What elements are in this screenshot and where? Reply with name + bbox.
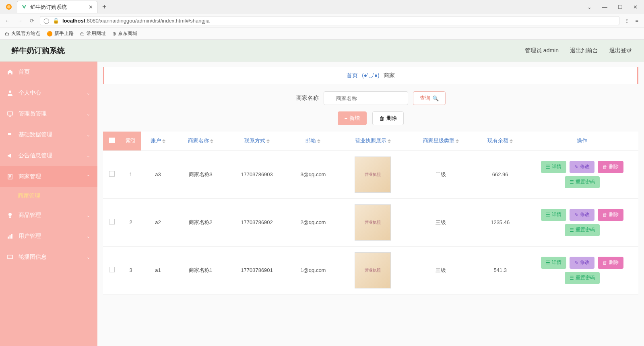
sidebar-item-user[interactable]: 用户管理 ⌄ (0, 226, 97, 247)
col-name[interactable]: 商家名称 (175, 132, 226, 150)
delete-row-button[interactable]: 🗑删除 (598, 161, 623, 173)
bookmark-item[interactable]: 🗀火狐官方站点 (5, 30, 40, 37)
logout-link[interactable]: 退出登录 (609, 47, 632, 54)
chevron-down-icon: ⌄ (87, 132, 90, 138)
detail-button[interactable]: ☰详情 (541, 257, 566, 269)
sidebar-item-profile[interactable]: 个人中心 ⌄ (0, 82, 97, 103)
license-image[interactable]: 营业执照 (355, 252, 391, 288)
sort-icon (317, 138, 320, 145)
bookmark-item[interactable]: 🟠新手上路 (47, 30, 74, 37)
select-all-checkbox[interactable] (109, 138, 115, 143)
bookmarks-bar: 🗀火狐官方站点 🟠新手上路 🗀常用网址 ⊕京东商城 (0, 27, 644, 39)
reset-password-button[interactable]: ☰重置密码 (565, 224, 600, 236)
col-account[interactable]: 账户 (141, 132, 175, 150)
close-window-icon[interactable]: ✕ (633, 4, 638, 10)
trash-icon: 🗑 (603, 212, 607, 218)
detail-button[interactable]: ☰详情 (541, 161, 566, 173)
forward-button[interactable]: → (16, 17, 24, 25)
pocket-icon[interactable]: ⟟ (626, 18, 628, 24)
cell-account: a1 (141, 246, 175, 294)
col-email[interactable]: 邮箱 (288, 132, 339, 150)
cell-level: 二级 (407, 150, 475, 198)
minimize-icon[interactable]: — (602, 4, 607, 10)
sort-icon (510, 138, 513, 145)
col-level[interactable]: 商家星级类型 (407, 132, 475, 150)
sidebar-subitem-merchant[interactable]: 商家管理 (0, 187, 97, 205)
main-content: 首页 (●'◡'●) 商家 商家名称 🔍 查询 🔍 + 新增 🗑 删除 (97, 62, 644, 346)
bars-icon (7, 233, 14, 239)
admin-label[interactable]: 管理员 admin (525, 47, 559, 54)
sidebar-item-home[interactable]: 首页 (0, 62, 97, 82)
svg-rect-7 (8, 237, 9, 239)
menu-icon[interactable]: ≡ (635, 18, 638, 24)
license-image[interactable]: 营业执照 (355, 157, 391, 193)
sidebar-item-basedata[interactable]: 基础数据管理 ⌄ (0, 124, 97, 145)
reload-button[interactable]: ⟳ (28, 17, 36, 25)
bookmark-item[interactable]: ⊕京东商城 (112, 30, 137, 37)
row-checkbox[interactable] (109, 171, 115, 177)
bulb-icon (7, 212, 14, 218)
sidebar-item-carousel[interactable]: 轮播图信息 ⌄ (0, 247, 97, 268)
cell-balance: 662.96 (475, 150, 526, 198)
sidebar-item-product[interactable]: 商品管理 ⌄ (0, 205, 97, 226)
reset-password-button[interactable]: ☰重置密码 (565, 272, 600, 284)
trash-icon: 🗑 (603, 164, 607, 170)
col-contact[interactable]: 联系方式 (226, 132, 288, 150)
cell-name: 商家名称2 (175, 198, 226, 246)
merchant-table: 索引 账户 商家名称 联系方式 邮箱 营业执照展示 商家星级类型 现有余额 操作… (103, 132, 638, 295)
globe-icon: ⊕ (112, 31, 116, 37)
sidebar-item-merchant[interactable]: 商家管理 ⌃ (0, 166, 97, 187)
chevron-down-icon[interactable]: ⌄ (587, 4, 592, 10)
svg-rect-3 (8, 112, 12, 115)
face-divider: (●'◡'●) (362, 72, 380, 78)
new-tab-button[interactable]: + (97, 3, 111, 11)
col-index[interactable]: 索引 (121, 132, 141, 150)
table-row: 1 a3 商家名称3 17703786903 3@qq.com 营业执照 二级 … (103, 150, 638, 198)
reset-password-button[interactable]: ☰重置密码 (565, 176, 600, 188)
cell-account: a3 (141, 150, 175, 198)
search-row: 商家名称 🔍 查询 🔍 (103, 91, 638, 105)
browser-tab[interactable]: 鲜牛奶订购系统 ✕ (17, 1, 97, 13)
row-checkbox[interactable] (109, 267, 115, 272)
cell-balance: 1235.46 (475, 198, 526, 246)
col-ops: 操作 (526, 132, 638, 150)
license-image[interactable]: 营业执照 (355, 204, 391, 241)
delete-row-button[interactable]: 🗑删除 (598, 257, 623, 269)
col-license[interactable]: 营业执照展示 (339, 132, 407, 150)
maximize-icon[interactable]: ☐ (618, 4, 623, 10)
cell-license: 营业执照 (339, 246, 407, 294)
edit-button[interactable]: ✎修改 (570, 161, 594, 173)
merchant-name-input[interactable] (324, 91, 408, 105)
url-text: localhost:8080/xiannaidinggou/admin/dist… (62, 18, 210, 24)
svg-rect-10 (8, 255, 12, 259)
query-button[interactable]: 查询 🔍 (413, 91, 446, 105)
home-icon (7, 69, 14, 75)
firefox-icon (4, 4, 14, 10)
row-checkbox[interactable] (109, 219, 115, 224)
sidebar-item-notice[interactable]: 公告信息管理 ⌄ (0, 145, 97, 166)
address-bar[interactable]: ◯ 🔓 localhost:8080/xiannaidinggou/admin/… (40, 16, 619, 25)
breadcrumb-home[interactable]: 首页 (347, 72, 358, 78)
delete-row-button[interactable]: 🗑删除 (598, 209, 623, 221)
add-button[interactable]: + 新增 (338, 111, 367, 125)
col-balance[interactable]: 现有余额 (475, 132, 526, 150)
cell-contact: 17703786903 (226, 150, 288, 198)
back-button[interactable]: ← (3, 17, 12, 25)
table-row: 2 a2 商家名称2 17703786902 2@qq.com 营业执照 三级 … (103, 198, 638, 246)
trash-icon: 🗑 (379, 115, 384, 122)
trash-icon: 🗑 (603, 260, 607, 266)
bookmark-item[interactable]: 🗀常用网址 (80, 30, 106, 37)
search-label: 商家名称 (296, 95, 319, 102)
detail-button[interactable]: ☰详情 (541, 209, 566, 221)
sidebar-item-admin[interactable]: 管理员管理 ⌄ (0, 103, 97, 124)
app-title: 鲜牛奶订购系统 (11, 45, 65, 56)
close-icon[interactable]: ✕ (89, 4, 93, 10)
cell-index: 1 (121, 150, 141, 198)
sort-icon (210, 138, 213, 145)
edit-button[interactable]: ✎修改 (570, 257, 594, 269)
chevron-down-icon: ⌄ (87, 255, 90, 260)
edit-button[interactable]: ✎修改 (570, 209, 594, 221)
to-frontend-link[interactable]: 退出到前台 (570, 47, 598, 54)
action-row: + 新增 🗑 删除 (103, 111, 638, 125)
delete-button[interactable]: 🗑 删除 (372, 111, 404, 125)
